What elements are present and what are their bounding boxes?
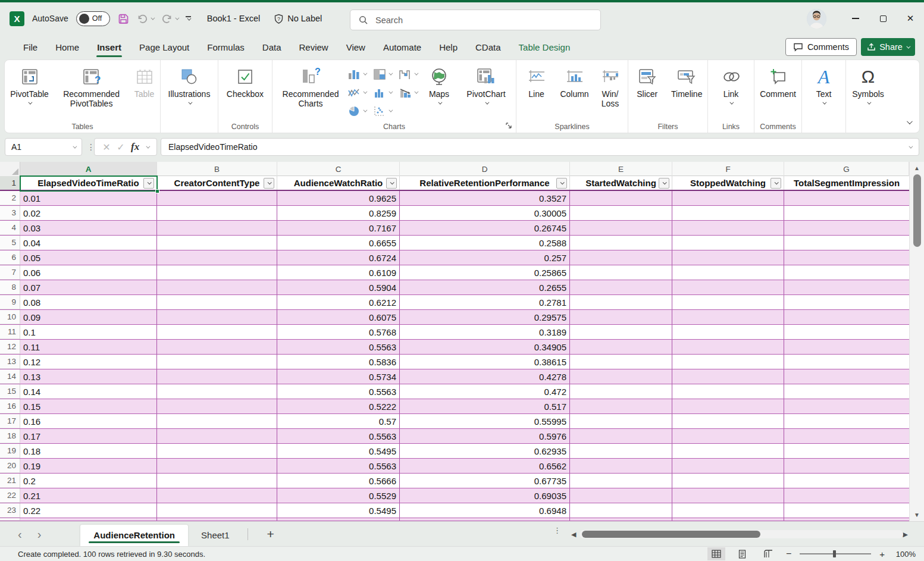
table-header-D1[interactable]: RelativeRetentionPerformance (400, 176, 570, 190)
cell-F16[interactable] (672, 399, 784, 413)
cell-A12[interactable]: 0.11 (20, 340, 157, 354)
line-chart-button[interactable] (347, 87, 361, 99)
cell-F8[interactable] (672, 280, 784, 294)
cell-A4[interactable]: 0.03 (20, 221, 157, 235)
cell-G21[interactable] (784, 474, 909, 488)
column-chart-dropdown-icon[interactable] (363, 71, 367, 76)
cell-B18[interactable] (157, 429, 277, 443)
cell-F6[interactable] (672, 250, 784, 265)
cell-F10[interactable] (672, 310, 784, 324)
column-header-B[interactable]: B (157, 162, 277, 176)
cell-A7[interactable]: 0.06 (20, 265, 157, 280)
row-header-16[interactable]: 16 (0, 399, 20, 413)
cell-D9[interactable]: 0.2781 (400, 295, 570, 309)
avatar[interactable] (807, 9, 826, 29)
scroll-up-icon[interactable]: ▲ (910, 165, 924, 171)
cell-C20[interactable]: 0.5563 (277, 459, 400, 473)
cell-G8[interactable] (784, 280, 909, 294)
cell-G13[interactable] (784, 355, 909, 369)
cell-E12[interactable] (570, 340, 672, 354)
zoom-slider[interactable] (800, 553, 871, 554)
row-header-21[interactable]: 21 (0, 474, 20, 488)
formula-expand-icon[interactable] (909, 144, 913, 148)
cell-G3[interactable] (784, 206, 909, 220)
sheet-nav-right-icon[interactable]: › (37, 528, 42, 540)
cell-C7[interactable]: 0.6109 (277, 265, 400, 280)
row-header-18[interactable]: 18 (0, 429, 20, 443)
row-header-14[interactable]: 14 (0, 369, 20, 384)
cell-D10[interactable]: 0.29575 (400, 310, 570, 324)
cell-G23[interactable] (784, 503, 909, 518)
cell-B10[interactable] (157, 310, 277, 324)
select-all-corner[interactable] (0, 162, 20, 176)
minimize-button[interactable] (842, 2, 869, 35)
horizontal-scrollbar-thumb[interactable] (582, 531, 760, 538)
cell-F19[interactable] (672, 444, 784, 458)
slicer-button[interactable]: Slicer (628, 60, 666, 133)
cell-B4[interactable] (157, 221, 277, 235)
cell-B11[interactable] (157, 325, 277, 339)
ribbon-tab-automate[interactable]: Automate (374, 35, 430, 59)
cell-B23[interactable] (157, 503, 277, 518)
vertical-scrollbar-thumb[interactable] (913, 174, 921, 247)
column-header-A[interactable]: A (20, 162, 157, 176)
cell-C13[interactable]: 0.5836 (277, 355, 400, 369)
cell-F15[interactable] (672, 384, 784, 399)
cell-D4[interactable]: 0.26745 (400, 221, 570, 235)
cell-C3[interactable]: 0.8259 (277, 206, 400, 220)
cell-F9[interactable] (672, 295, 784, 309)
cell-A21[interactable]: 0.2 (20, 474, 157, 488)
sparkline-column-button[interactable]: Column (555, 60, 595, 133)
name-box[interactable]: A1 (5, 138, 82, 156)
cell-D13[interactable]: 0.38615 (400, 355, 570, 369)
filter-button-E[interactable] (659, 178, 669, 189)
hierarchy-chart-button[interactable] (373, 68, 386, 80)
cell-C21[interactable]: 0.5666 (277, 474, 400, 488)
cell-E23[interactable] (570, 503, 672, 518)
cell-D8[interactable]: 0.2655 (400, 280, 570, 294)
cell-E8[interactable] (570, 280, 672, 294)
cell-F13[interactable] (672, 355, 784, 369)
ribbon-tab-help[interactable]: Help (430, 35, 466, 59)
cell-A9[interactable]: 0.08 (20, 295, 157, 309)
cell-F18[interactable] (672, 429, 784, 443)
cell-G12[interactable] (784, 340, 909, 354)
cell-A10[interactable]: 0.09 (20, 310, 157, 324)
row-header-23[interactable]: 23 (0, 503, 20, 518)
cell-F23[interactable] (672, 503, 784, 518)
cell-C5[interactable]: 0.6655 (277, 236, 400, 250)
horizontal-scrollbar[interactable]: ◀ ▶ (571, 529, 908, 539)
pie-chart-dropdown-icon[interactable] (363, 108, 367, 112)
row-header-12[interactable]: 12 (0, 340, 20, 354)
scroll-down-icon[interactable]: ▼ (910, 512, 924, 518)
cell-D17[interactable]: 0.55995 (400, 414, 570, 428)
cell-G16[interactable] (784, 399, 909, 413)
cell-D16[interactable]: 0.517 (400, 399, 570, 413)
combo-chart-button[interactable] (399, 87, 412, 99)
cell-E4[interactable] (570, 221, 672, 235)
row-header-9[interactable]: 9 (0, 295, 20, 309)
cell-C6[interactable]: 0.6724 (277, 250, 400, 265)
insert-function-icon[interactable]: fx (131, 141, 139, 153)
cell-G11[interactable] (784, 325, 909, 339)
cell-F14[interactable] (672, 369, 784, 384)
cell-B9[interactable] (157, 295, 277, 309)
cell-G20[interactable] (784, 459, 909, 473)
cell-B6[interactable] (157, 250, 277, 265)
cell-C4[interactable]: 0.7167 (277, 221, 400, 235)
table-button[interactable]: Table (129, 60, 160, 133)
cell-F22[interactable] (672, 488, 784, 503)
table-header-A1[interactable]: ElapsedVideoTimeRatio (20, 176, 157, 190)
cell-D3[interactable]: 0.30005 (400, 206, 570, 220)
cell-F3[interactable] (672, 206, 784, 220)
sheet-tab-audienceretention[interactable]: AudienceRetention (80, 525, 188, 546)
cell-F2[interactable] (672, 191, 784, 205)
scatter-chart-button[interactable] (373, 105, 386, 117)
cell-E5[interactable] (570, 236, 672, 250)
add-sheet-button[interactable]: + (267, 527, 274, 541)
cell-A2[interactable]: 0.01 (20, 191, 157, 205)
cell-G10[interactable] (784, 310, 909, 324)
cell-G22[interactable] (784, 488, 909, 503)
cell-E16[interactable] (570, 399, 672, 413)
cell-D23[interactable]: 0.6948 (400, 503, 570, 518)
